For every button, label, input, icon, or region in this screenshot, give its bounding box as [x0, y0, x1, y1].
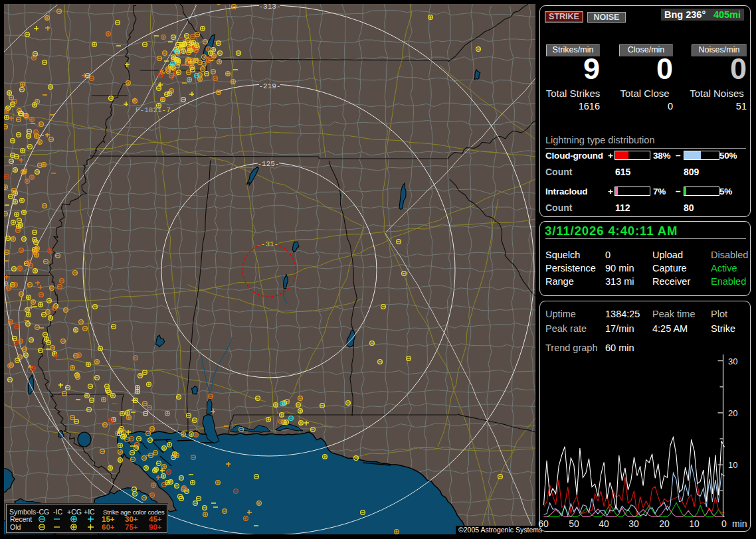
- svg-text:min: min: [732, 518, 747, 529]
- svg-text:30: 30: [628, 518, 639, 529]
- svg-text:30: 30: [728, 356, 737, 366]
- svg-text:60: 60: [538, 518, 549, 529]
- svg-text:10: 10: [689, 518, 700, 529]
- svg-text:0: 0: [721, 518, 727, 529]
- svg-text:40: 40: [599, 518, 609, 529]
- svg-text:50: 50: [569, 518, 579, 529]
- svg-text:20: 20: [728, 408, 737, 418]
- svg-text:20: 20: [659, 518, 670, 529]
- svg-text:10: 10: [728, 460, 737, 470]
